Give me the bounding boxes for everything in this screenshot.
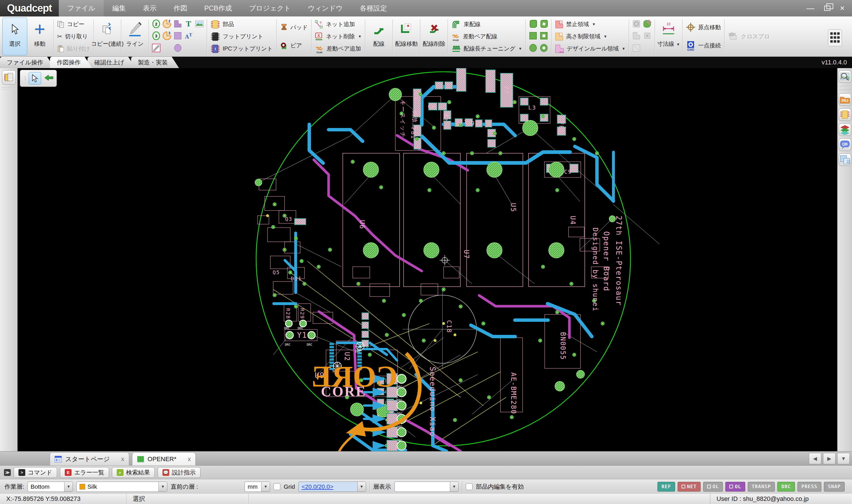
ribbon-button-配線移動[interactable]: 配線移動 bbox=[394, 18, 419, 55]
panel-tab-検索結果[interactable]: ⌕検索結果 bbox=[112, 467, 155, 478]
minimize-icon[interactable]: — bbox=[806, 4, 815, 12]
back-arrow-icon[interactable] bbox=[44, 74, 54, 83]
menu-PCB作成[interactable]: PCB作成 bbox=[196, 0, 240, 16]
scroll-down-icon[interactable]: ▼ bbox=[837, 453, 850, 464]
panel-tab-エラー一覧[interactable]: Eエラー一覧 bbox=[60, 467, 109, 478]
sidebar-qb-chat-icon[interactable]: QB bbox=[839, 139, 851, 151]
gs-circle-icon[interactable] bbox=[528, 43, 538, 53]
ribbon-tab-ファイル操作[interactable]: ファイル操作 bbox=[0, 57, 54, 68]
menu-ファイル[interactable]: ファイル bbox=[59, 0, 104, 16]
close-tab-icon[interactable]: x bbox=[188, 455, 191, 463]
scroll-right-icon[interactable]: ▶ bbox=[823, 453, 836, 464]
gray-b-icon[interactable] bbox=[631, 31, 642, 41]
ribbon-button-コピー(連続)[interactable]: コピー(連続) bbox=[95, 18, 120, 55]
ribbon-button-配線長チューニング[interactable]: 配線長チューニング▼ bbox=[451, 43, 522, 55]
ribbon-button-寸法線[interactable]: 10寸法線 ▼ bbox=[656, 18, 681, 55]
toggle-OL[interactable]: OL bbox=[703, 482, 723, 491]
gs-poly-h-icon[interactable] bbox=[539, 19, 549, 29]
toggle-DRC[interactable]: DRC bbox=[777, 482, 795, 491]
close-tab-icon[interactable]: x bbox=[121, 455, 124, 463]
text-t-icon[interactable]: T bbox=[184, 19, 194, 29]
shape-ellipse-icon[interactable] bbox=[173, 43, 183, 53]
num3-icon[interactable]: 3 bbox=[151, 31, 161, 41]
restore-icon[interactable] bbox=[824, 6, 830, 11]
gs-poly-icon[interactable] bbox=[528, 19, 538, 29]
ribbon-tab-確認仕上げ[interactable]: 確認仕上げ bbox=[87, 57, 136, 68]
app-grid-button[interactable] bbox=[822, 26, 848, 47]
ribbon-button-配線削除[interactable]: 配線削除 bbox=[421, 18, 447, 55]
ribbon-button-フットプリント[interactable]: フットプリント bbox=[210, 31, 273, 42]
menu-プロジェクト[interactable]: プロジェクト bbox=[241, 0, 299, 16]
ribbon-button-一点接続[interactable]: GND一点接続 bbox=[686, 40, 721, 52]
green-hatch-icon[interactable] bbox=[642, 19, 653, 29]
pcb-canvas[interactable]: IIIIDRCDRCDRCDRCDRCDRCDRCDRCDRCDRCDRCDRC… bbox=[18, 68, 837, 451]
sidebar-parts-list-icon[interactable]: AARX bbox=[839, 154, 851, 166]
sidebar-component-icon[interactable] bbox=[839, 108, 851, 121]
select-cursor-button[interactable] bbox=[29, 72, 41, 85]
shape-rect-icon[interactable] bbox=[173, 31, 183, 41]
gray-d-icon[interactable]: ✕ bbox=[642, 31, 653, 41]
ribbon-button-IPCフットプリント[interactable]: IIPCフットプリント bbox=[210, 43, 273, 55]
toggle-SNAP[interactable]: SNAP bbox=[824, 482, 845, 491]
ribbon-button-移動[interactable]: 移動 bbox=[27, 18, 52, 55]
menu-ウィンドウ[interactable]: ウィンドウ bbox=[299, 0, 351, 16]
ribbon-button-部品[interactable]: 部品 bbox=[210, 18, 273, 30]
toggle-OL[interactable]: OL bbox=[725, 482, 745, 491]
layer-display-select[interactable]: ▼ bbox=[395, 482, 459, 492]
drag-handle[interactable]: ⋮⋮ bbox=[23, 77, 26, 79]
toggle-NET[interactable]: NET bbox=[678, 482, 701, 491]
text-at-icon[interactable]: AT bbox=[184, 31, 194, 41]
component-edit-checkbox[interactable] bbox=[466, 483, 473, 490]
sidebar-project-icon[interactable]: PRJ bbox=[839, 93, 851, 106]
ribbon-button-高さ制限領域[interactable]: 高さ制限領域▼ bbox=[555, 31, 625, 42]
doc-tab-スタートページ[interactable]: スタートページx bbox=[50, 452, 129, 465]
shape-l-icon[interactable] bbox=[173, 19, 183, 29]
ribbon-tab-作図操作[interactable]: 作図操作 bbox=[50, 57, 92, 68]
ribbon-button-束配線[interactable]: 束配線 bbox=[451, 18, 522, 30]
work-layer-select[interactable]: Bottom▼ bbox=[28, 482, 73, 492]
ribbon-button-ネット削除[interactable]: Xネット削除▼ bbox=[315, 31, 362, 42]
pie3-icon[interactable]: 3 bbox=[162, 31, 172, 41]
menu-表示[interactable]: 表示 bbox=[134, 0, 165, 16]
gray-c-icon[interactable] bbox=[631, 43, 642, 53]
ribbon-tab-製造・実装[interactable]: 製造・実装 bbox=[131, 57, 179, 68]
ribbon-button-差動ペア配線[interactable]: PAIR差動ペア配線 bbox=[451, 31, 522, 42]
ribbon-button-パッド[interactable]: パッド bbox=[280, 21, 308, 33]
ribbon-button-コピー[interactable]: コピー bbox=[57, 18, 90, 30]
ribbon-button-差動ペア追加[interactable]: PAIR差動ペア追加 bbox=[315, 43, 362, 55]
panel-tab-コマンド[interactable]: >コマンド bbox=[14, 467, 57, 478]
ribbon-button-選択[interactable]: 選択 bbox=[2, 18, 27, 55]
ribbon-button-配線[interactable]: 配線 bbox=[366, 18, 392, 55]
image-icon[interactable] bbox=[194, 19, 205, 29]
panel-tab-設計指示[interactable]: 💬設計指示 bbox=[158, 467, 201, 478]
ribbon-button-原点移動[interactable]: 原点移動 bbox=[686, 21, 721, 33]
ribbon-button-デザインルール領域[interactable]: RULEデザインルール領域▼ bbox=[555, 43, 625, 55]
collapse-icon[interactable]: ≫ bbox=[4, 469, 11, 476]
num2-icon[interactable]: 2 bbox=[151, 19, 161, 29]
unit-select[interactable]: mm▼ bbox=[245, 482, 270, 492]
ribbon-button-ビア[interactable]: ビア bbox=[280, 40, 308, 52]
ribbon-button-ネット追加[interactable]: ?ネット追加 bbox=[315, 18, 362, 30]
ribbon-button-禁止領域[interactable]: 禁止領域▼ bbox=[555, 18, 625, 30]
gs-circle-h-icon[interactable] bbox=[539, 43, 549, 53]
grid-checkbox[interactable] bbox=[274, 483, 280, 490]
sidebar-layers-icon[interactable] bbox=[839, 123, 851, 136]
scroll-left-icon[interactable]: ◀ bbox=[809, 453, 821, 464]
component-list-icon[interactable] bbox=[2, 70, 16, 85]
doc-tab-OPENER*[interactable]: OPENER*x bbox=[132, 452, 196, 465]
toggle-REF[interactable]: REF bbox=[658, 482, 675, 491]
grid-size-select[interactable]: <20.0/20.0>▼ bbox=[298, 482, 366, 492]
pie2-icon[interactable]: 2 bbox=[162, 19, 172, 29]
ribbon-button-切り取り[interactable]: ✂切り取り bbox=[57, 31, 90, 42]
pencil-box-icon[interactable] bbox=[151, 43, 161, 53]
sidebar-preview-zoom-icon[interactable] bbox=[839, 70, 851, 83]
overlay-layer-select[interactable]: Silk▼ bbox=[76, 482, 167, 492]
menu-作図[interactable]: 作図 bbox=[165, 0, 196, 16]
ribbon-button-ライン[interactable]: ライン bbox=[122, 18, 147, 55]
menu-各種設定[interactable]: 各種設定 bbox=[351, 0, 396, 16]
gs-rect-h-icon[interactable] bbox=[539, 31, 549, 41]
gray-a-icon[interactable] bbox=[631, 19, 642, 29]
toggle-PRESS[interactable]: PRESS bbox=[798, 482, 821, 491]
gs-rect-icon[interactable] bbox=[528, 31, 538, 41]
pcb-board-svg[interactable]: IIIIDRCDRCDRCDRCDRCDRCDRCDRCDRCDRCDRCDRC… bbox=[18, 68, 837, 451]
